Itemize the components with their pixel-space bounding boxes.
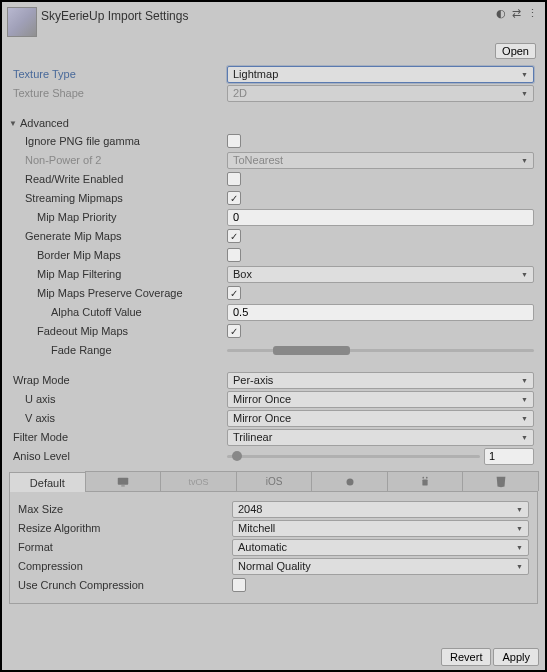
v-axis-dropdown[interactable]: Mirror Once bbox=[227, 410, 534, 427]
mip-maps-preserve-coverage-checkbox[interactable]: ✓ bbox=[227, 286, 241, 300]
svg-rect-3 bbox=[423, 479, 428, 485]
svg-point-2 bbox=[346, 478, 353, 485]
format-dropdown[interactable]: Automatic bbox=[232, 539, 529, 556]
fadeout-mip-maps-label: Fadeout Mip Maps bbox=[9, 325, 227, 337]
u-axis-dropdown[interactable]: Mirror Once bbox=[227, 391, 534, 408]
inspector-title: SkyEerieUp Import Settings bbox=[41, 7, 496, 23]
tab-android[interactable] bbox=[387, 471, 464, 491]
ios-icon: iOS bbox=[266, 476, 283, 487]
wrap-mode-dropdown[interactable]: Per-axis bbox=[227, 372, 534, 389]
streaming-mipmaps-checkbox[interactable]: ✓ bbox=[227, 191, 241, 205]
mip-map-filtering-label: Mip Map Filtering bbox=[9, 268, 227, 280]
filter-mode-dropdown[interactable]: Trilinear bbox=[227, 429, 534, 446]
filter-mode-label: Filter Mode bbox=[9, 431, 227, 443]
u-axis-label: U axis bbox=[9, 393, 227, 405]
mip-map-priority-input[interactable] bbox=[227, 209, 534, 226]
advanced-foldout[interactable]: ▼ Advanced bbox=[9, 114, 538, 132]
svg-point-5 bbox=[426, 476, 428, 478]
aniso-level-slider[interactable]: 1 bbox=[227, 448, 534, 465]
inspector-header: SkyEerieUp Import Settings ◐ ⇄ ⋮ bbox=[5, 5, 542, 41]
platform-settings-panel: Max Size 2048 Resize Algorithm Mitchell … bbox=[9, 492, 538, 604]
border-mip-maps-label: Border Mip Maps bbox=[9, 249, 227, 261]
alpha-cutoff-value-input[interactable] bbox=[227, 304, 534, 321]
preset-icon[interactable]: ⇄ bbox=[512, 7, 521, 20]
mip-maps-preserve-coverage-label: Mip Maps Preserve Coverage bbox=[9, 287, 227, 299]
border-mip-maps-checkbox[interactable] bbox=[227, 248, 241, 262]
alpha-cutoff-value-label: Alpha Cutoff Value bbox=[9, 306, 227, 318]
mip-map-priority-label: Mip Map Priority bbox=[9, 211, 227, 223]
tab-ios[interactable]: iOS bbox=[236, 471, 313, 491]
wrap-mode-label: Wrap Mode bbox=[9, 374, 227, 386]
svg-rect-1 bbox=[121, 485, 125, 486]
monitor-icon bbox=[116, 475, 130, 489]
generate-mip-maps-checkbox[interactable]: ✓ bbox=[227, 229, 241, 243]
fade-range-slider[interactable] bbox=[227, 342, 534, 359]
texture-type-dropdown[interactable]: Lightmap bbox=[227, 66, 534, 83]
texture-shape-dropdown: 2D bbox=[227, 85, 534, 102]
asset-thumbnail bbox=[7, 7, 37, 37]
max-size-dropdown[interactable]: 2048 bbox=[232, 501, 529, 518]
resize-algorithm-label: Resize Algorithm bbox=[14, 522, 232, 534]
android-icon bbox=[418, 475, 432, 489]
v-axis-label: V axis bbox=[9, 412, 227, 424]
html5-icon bbox=[494, 475, 508, 489]
tab-standalone[interactable] bbox=[85, 471, 162, 491]
svg-point-4 bbox=[423, 476, 425, 478]
max-size-label: Max Size bbox=[14, 503, 232, 515]
fadeout-mip-maps-checkbox[interactable]: ✓ bbox=[227, 324, 241, 338]
menu-icon[interactable]: ⋮ bbox=[527, 7, 538, 20]
texture-shape-label: Texture Shape bbox=[9, 87, 227, 99]
format-label: Format bbox=[14, 541, 232, 553]
read-write-checkbox[interactable] bbox=[227, 172, 241, 186]
revert-button[interactable]: Revert bbox=[441, 648, 491, 666]
streaming-mipmaps-label: Streaming Mipmaps bbox=[9, 192, 227, 204]
tab-lumin[interactable] bbox=[311, 471, 388, 491]
texture-type-label: Texture Type bbox=[9, 68, 227, 80]
lumin-icon bbox=[343, 475, 357, 489]
advanced-label: Advanced bbox=[20, 117, 69, 129]
aniso-level-label: Aniso Level bbox=[9, 450, 227, 462]
open-button[interactable]: Open bbox=[495, 43, 536, 59]
platform-tabbar: Default tvOS iOS bbox=[9, 471, 538, 492]
aniso-level-value[interactable]: 1 bbox=[484, 448, 534, 465]
tab-webgl[interactable] bbox=[462, 471, 539, 491]
read-write-label: Read/Write Enabled bbox=[9, 173, 227, 185]
generate-mip-maps-label: Generate Mip Maps bbox=[9, 230, 227, 242]
tvos-icon: tvOS bbox=[188, 477, 208, 487]
tab-tvos[interactable]: tvOS bbox=[160, 471, 237, 491]
ignore-png-gamma-label: Ignore PNG file gamma bbox=[9, 135, 227, 147]
compression-label: Compression bbox=[14, 560, 232, 572]
compression-dropdown[interactable]: Normal Quality bbox=[232, 558, 529, 575]
mip-map-filtering-dropdown[interactable]: Box bbox=[227, 266, 534, 283]
use-crunch-compression-checkbox[interactable] bbox=[232, 578, 246, 592]
non-power-of-2-label: Non-Power of 2 bbox=[9, 154, 227, 166]
foldout-arrow-icon: ▼ bbox=[9, 119, 17, 128]
resize-algorithm-dropdown[interactable]: Mitchell bbox=[232, 520, 529, 537]
apply-button[interactable]: Apply bbox=[493, 648, 539, 666]
help-icon[interactable]: ◐ bbox=[496, 7, 506, 20]
use-crunch-compression-label: Use Crunch Compression bbox=[14, 579, 232, 591]
non-power-of-2-dropdown: ToNearest bbox=[227, 152, 534, 169]
fade-range-label: Fade Range bbox=[9, 344, 227, 356]
tab-default[interactable]: Default bbox=[9, 472, 86, 492]
ignore-png-gamma-checkbox[interactable] bbox=[227, 134, 241, 148]
svg-rect-0 bbox=[118, 477, 129, 484]
